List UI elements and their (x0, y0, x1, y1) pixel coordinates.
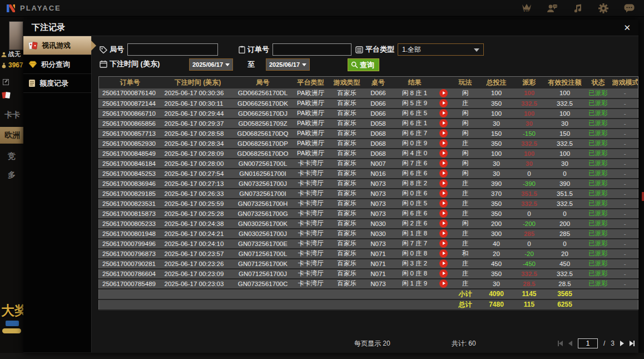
order-number-input[interactable] (273, 43, 351, 56)
sidebar-item-video-games[interactable]: 视讯游戏 (23, 36, 91, 55)
cell-result: 闲 0 庄 9 (393, 139, 437, 149)
cell-result: 闲 7 庄 7 (393, 239, 437, 249)
cell-valid-bet: 200 (546, 219, 584, 229)
cell-bet-time: 2025-06-17 00:27:54 (161, 169, 235, 179)
replay-play-icon[interactable] (439, 119, 448, 127)
replay-play-icon[interactable] (439, 279, 448, 288)
cell-play-type: 闲 (451, 149, 480, 159)
cell-table-number: N073 (364, 189, 393, 199)
cell-order-number: 250617000857713 (99, 129, 161, 139)
cell-replay (437, 179, 451, 189)
search-icon (351, 61, 358, 68)
replay-play-icon[interactable] (439, 269, 448, 278)
sidebar-item-quota-records[interactable]: 额度记录 (23, 74, 91, 93)
cell-result: 闲 0 庄 6 (393, 189, 437, 199)
cell-platform: 卡卡湾厅 (291, 219, 330, 229)
replay-play-icon[interactable] (439, 259, 448, 268)
replay-play-icon[interactable] (439, 169, 448, 178)
cell-total-bet: 20 (480, 249, 513, 259)
date-to-picker[interactable]: 2025/06/17 (266, 58, 310, 71)
replay-play-icon[interactable] (439, 179, 448, 188)
subtotal-row: 小计 4090 1145 3565 (99, 289, 638, 299)
replay-play-icon[interactable] (439, 189, 448, 198)
replay-play-icon[interactable] (439, 239, 448, 248)
previous-page-button[interactable] (568, 341, 572, 346)
cell-game-mode: - (612, 159, 638, 169)
cell-game-mode: - (612, 259, 638, 269)
first-page-button[interactable] (558, 341, 563, 346)
search-button-label: 查询 (360, 60, 374, 70)
replay-play-icon[interactable] (439, 199, 448, 208)
cell-bet-time: 2025-06-17 00:25:28 (161, 209, 235, 219)
cell-platform: PA欧洲厅 (291, 139, 330, 149)
cell-total-bet: 350 (480, 139, 513, 149)
cell-valid-bet: 332.5 (546, 139, 584, 149)
replay-play-icon[interactable] (439, 89, 448, 97)
cell-valid-bet: 20 (546, 249, 584, 259)
brand-logo[interactable]: PLAYACE (0, 3, 61, 13)
grand-total-valid-bet: 6255 (546, 299, 584, 310)
customer-service-icon[interactable] (546, 2, 558, 14)
sidebar-item-label: 视讯游戏 (42, 41, 71, 51)
cell-game-mode: - (612, 139, 638, 149)
cell-bet-time: 2025-06-17 00:29:37 (161, 119, 235, 129)
replay-play-icon[interactable] (439, 229, 448, 238)
cell-round-number: GN0712561700L (235, 249, 291, 259)
cell-replay (437, 269, 451, 279)
replay-play-icon[interactable] (439, 139, 448, 147)
cell-bet-time: 2025-06-17 00:25:59 (161, 199, 235, 209)
cell-game-mode: - (612, 169, 638, 179)
cell-status: 已派彩 (584, 219, 612, 229)
cell-order-number: 250617000852930 (99, 139, 161, 149)
replay-play-icon[interactable] (439, 159, 448, 168)
cell-payout: 332.5 (513, 99, 546, 109)
replay-play-icon[interactable] (439, 209, 448, 218)
cell-order-number: 250617000876140 (99, 88, 161, 99)
cell-valid-bet: 285 (546, 229, 584, 239)
cell-replay (437, 279, 451, 289)
replay-play-icon[interactable] (439, 149, 448, 158)
date-to-value: 2025/06/17 (269, 61, 300, 68)
modal-title: 下注记录 (23, 22, 65, 33)
cell-order-number: 250617000799496 (99, 239, 161, 249)
table-row: 250617000785489 2025-06-17 00:23:03 GN07… (99, 279, 638, 289)
next-page-button[interactable] (620, 341, 624, 346)
platform-type-value: 1.全部 (402, 45, 421, 55)
chat-icon[interactable] (623, 2, 635, 14)
cell-game-type: 百家乐 (330, 239, 364, 249)
cell-round-number: GD068256170DO (235, 149, 291, 159)
cell-bet-time: 2025-06-17 00:27:13 (161, 179, 235, 189)
table-row: 250617000845253 2025-06-17 00:27:54 GN01… (99, 169, 638, 179)
sidebar-item-points-query[interactable]: 积分查询 (23, 55, 91, 74)
cell-game-mode: - (612, 219, 638, 229)
close-icon[interactable]: ✕ (623, 23, 631, 32)
cell-total-bet: 30 (480, 169, 513, 179)
replay-play-icon[interactable] (439, 109, 448, 117)
cell-total-bet: 30 (480, 279, 513, 289)
round-number-input[interactable] (127, 43, 218, 56)
chevron-down-icon (302, 63, 306, 66)
table-row: 250617000852930 2025-06-17 00:28:34 GD06… (99, 139, 638, 149)
vip-icon[interactable]: VIP (521, 2, 533, 14)
replay-play-icon[interactable] (439, 219, 448, 228)
cell-round-number: GD066256170DJ (235, 109, 291, 119)
page-number-input[interactable] (578, 338, 598, 348)
cell-result: 闲 1 庄 9 (393, 279, 437, 289)
cell-payout: 100 (513, 149, 546, 159)
replay-play-icon[interactable] (439, 249, 448, 258)
music-icon[interactable] (572, 2, 584, 14)
search-button[interactable]: 查询 (348, 58, 379, 71)
cell-game-type: 百家乐 (330, 229, 364, 239)
cell-game-type: 百家乐 (330, 139, 364, 149)
cell-game-mode: - (612, 229, 638, 239)
replay-play-icon[interactable] (439, 129, 448, 137)
settings-gear-icon[interactable] (597, 2, 610, 14)
cell-table-number: D066 (364, 109, 393, 119)
cell-valid-bet: 351.5 (546, 189, 584, 199)
platform-type-select[interactable]: 1.全部 (398, 43, 484, 56)
last-page-button[interactable] (630, 341, 635, 346)
date-from-picker[interactable]: 2025/06/17 (189, 58, 233, 71)
replay-play-icon[interactable] (439, 99, 448, 107)
cell-status: 已派彩 (584, 249, 612, 259)
cell-play-type: 庄 (451, 139, 480, 149)
